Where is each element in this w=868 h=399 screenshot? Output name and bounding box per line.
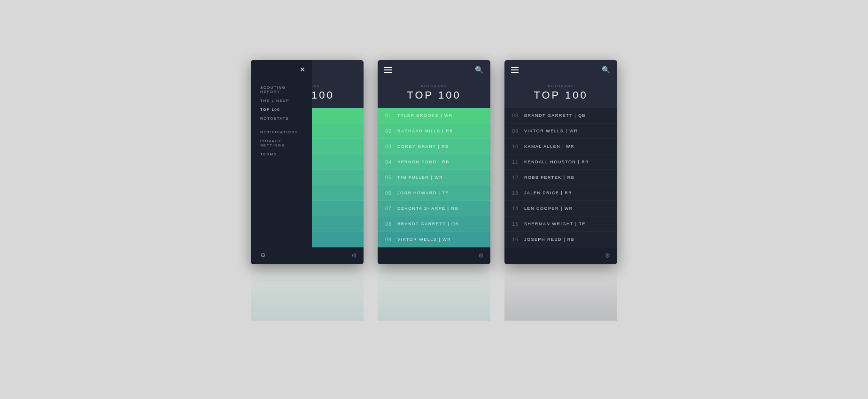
player-row[interactable]: 02 RASHAAD MILLS | RB — [378, 123, 490, 139]
sidebar-item-rotostats[interactable]: ROTOSTATS — [260, 116, 302, 121]
player-row[interactable]: 11 KENDALL HOUSTON | RB — [504, 154, 617, 170]
sidebar-header: ✕ — [251, 66, 312, 81]
phone-menu-open: ✕ SCOUTING REPORT THE LINEUP TOP 100 ROT… — [251, 60, 364, 264]
player-rank: 09 — [512, 128, 524, 134]
player-rank: 05 — [385, 175, 397, 180]
player-rank: 07 — [385, 206, 397, 211]
close-icon[interactable]: ✕ — [300, 66, 305, 73]
rotorank-label: ROTORANK — [504, 84, 617, 88]
player-name: KENDALL HOUSTON | RB — [524, 160, 589, 164]
player-row[interactable]: 07 DEVONTA SHARPE | RB — [378, 201, 490, 216]
rotorank-label: ROTORANK — [378, 84, 490, 88]
player-name: BRANDT GARRETT | QB — [524, 113, 586, 118]
phone-3-reflection — [504, 264, 617, 321]
player-rank: 03 — [385, 144, 397, 149]
player-row[interactable]: 16 JOSEPH REED | RB — [504, 232, 617, 247]
sidebar-footer: ⚙ — [251, 252, 312, 259]
player-row[interactable]: 15 SHERMAN WRIGHT | TE — [504, 216, 617, 232]
player-name: VERNON POND | RB — [397, 160, 450, 164]
sidebar-item-privacy[interactable]: PRIVACY SETTINGS — [260, 139, 302, 147]
player-name: COREY GRANT | RB — [397, 144, 449, 149]
hamburger-icon[interactable] — [384, 67, 392, 73]
player-rank: 16 — [512, 237, 524, 242]
player-row[interactable]: 03 COREY GRANT | RB — [378, 139, 490, 154]
gear-icon[interactable]: ⚙ — [351, 252, 357, 259]
player-rank: 01 — [385, 113, 397, 118]
sidebar-item-terms[interactable]: TERMS — [260, 152, 302, 156]
player-row[interactable]: 13 JALEN PRICE | RB — [504, 185, 617, 201]
player-name: KAMAL ALLEN | WR — [524, 144, 574, 149]
search-icon[interactable]: 🔍 — [602, 66, 611, 74]
phone-1-reflection — [251, 264, 364, 321]
settings-icon[interactable]: ⚙ — [260, 252, 266, 259]
sidebar-item-scouting[interactable]: SCOUTING REPORT — [260, 85, 302, 94]
player-name: JOSH HOWARD | TE — [397, 191, 449, 195]
player-name: VIKTOR WELLS | WR — [524, 129, 578, 133]
scene: ✕ SCOUTING REPORT THE LINEUP TOP 100 ROT… — [251, 60, 617, 321]
player-rank: 12 — [512, 175, 524, 180]
phone-header: 🔍 — [378, 60, 490, 80]
phone-1-wrap: ✕ SCOUTING REPORT THE LINEUP TOP 100 ROT… — [251, 60, 364, 321]
search-icon[interactable]: 🔍 — [475, 66, 484, 74]
player-name: VIKTOR WELLS | WR — [397, 237, 451, 242]
player-rank: 02 — [385, 128, 397, 134]
player-rank: 08 — [512, 113, 524, 118]
player-rank: 04 — [385, 159, 397, 165]
player-row[interactable]: 12 ROBB FERTEK | RB — [504, 170, 617, 185]
player-rank: 10 — [512, 144, 524, 149]
player-row[interactable]: 09 VIKTOR WELLS | WR — [378, 232, 490, 247]
sidebar-nav: SCOUTING REPORT THE LINEUP TOP 100 ROTOS… — [251, 81, 312, 252]
phone-list-green: 🔍 ROTORANK TOP 100 01 TYLER BROOKS | WR … — [378, 60, 490, 264]
players-list: 08 BRANDT GARRETT | QB 09 VIKTOR WELLS |… — [504, 108, 617, 247]
player-row[interactable]: 09 VIKTOR WELLS | WR — [504, 123, 617, 139]
player-row[interactable]: 10 KAMAL ALLEN | WR — [504, 139, 617, 154]
phone-2-wrap: 🔍 ROTORANK TOP 100 01 TYLER BROOKS | WR … — [378, 60, 490, 321]
player-row[interactable]: 08 BRANDT GARRETT | QB — [504, 108, 617, 123]
sidebar-item-notifications[interactable]: NOTIFICATIONS — [260, 130, 302, 134]
player-row[interactable]: 05 TIM FULLER | WR — [378, 170, 490, 185]
player-name: JALEN PRICE | RB — [524, 191, 572, 195]
player-name: TIM FULLER | WR — [397, 175, 443, 180]
phone-3-wrap: 🔍 ROTORANK TOP 100 08 BRANDT GARRETT | Q… — [504, 60, 617, 321]
hamburger-icon[interactable] — [511, 67, 519, 73]
phone-bottom: ⚙ — [378, 247, 490, 264]
player-row[interactable]: 06 JOSH HOWARD | TE — [378, 185, 490, 201]
player-name: TYLER BROOKS | WR — [397, 113, 453, 118]
phone-bottom: ⚙ — [504, 247, 617, 264]
top100-title: TOP 100 — [504, 89, 617, 101]
gear-icon[interactable]: ⚙ — [605, 252, 611, 259]
player-rank: 15 — [512, 221, 524, 227]
sidebar-section-settings: NOTIFICATIONS PRIVACY SETTINGS TERMS — [260, 130, 302, 156]
player-name: SHERMAN WRIGHT | TE — [524, 222, 586, 226]
gear-icon[interactable]: ⚙ — [478, 252, 484, 259]
sidebar-menu: ✕ SCOUTING REPORT THE LINEUP TOP 100 ROT… — [251, 60, 312, 264]
player-name: LEN COOPER | WR — [524, 206, 573, 211]
player-name: JOSEPH REED | RB — [524, 237, 574, 242]
player-name: DEVONTA SHARPE | RB — [397, 206, 458, 211]
player-name: BRANDT GARRETT | QB — [397, 222, 459, 226]
player-rank: 09 — [385, 237, 397, 242]
top100-title: TOP 100 — [378, 89, 490, 101]
phone-header: 🔍 — [504, 60, 617, 80]
sidebar-item-top100[interactable]: TOP 100 — [260, 107, 302, 112]
sidebar-section-main: SCOUTING REPORT THE LINEUP TOP 100 ROTOS… — [260, 85, 302, 121]
players-list: 01 TYLER BROOKS | WR 02 RASHAAD MILLS | … — [378, 108, 490, 247]
player-row[interactable]: 14 LEN COOPER | WR — [504, 201, 617, 216]
player-rank: 06 — [385, 190, 397, 196]
phone-list-dark: 🔍 ROTORANK TOP 100 08 BRANDT GARRETT | Q… — [504, 60, 617, 264]
player-row[interactable]: 08 BRANDT GARRETT | QB — [378, 216, 490, 232]
player-name: RASHAAD MILLS | RB — [397, 129, 453, 133]
sidebar-item-lineup[interactable]: THE LINEUP — [260, 99, 302, 103]
player-rank: 08 — [385, 221, 397, 227]
player-rank: 13 — [512, 190, 524, 196]
player-rank: 11 — [512, 159, 524, 165]
player-rank: 14 — [512, 206, 524, 211]
player-name: ROBB FERTEK | RB — [524, 175, 574, 180]
player-row[interactable]: 04 VERNON POND | RB — [378, 154, 490, 170]
title-area: ROTORANK TOP 100 — [378, 80, 490, 108]
player-row[interactable]: 01 TYLER BROOKS | WR — [378, 108, 490, 123]
title-area: ROTORANK TOP 100 — [504, 80, 617, 108]
phone-2-reflection — [378, 264, 490, 321]
